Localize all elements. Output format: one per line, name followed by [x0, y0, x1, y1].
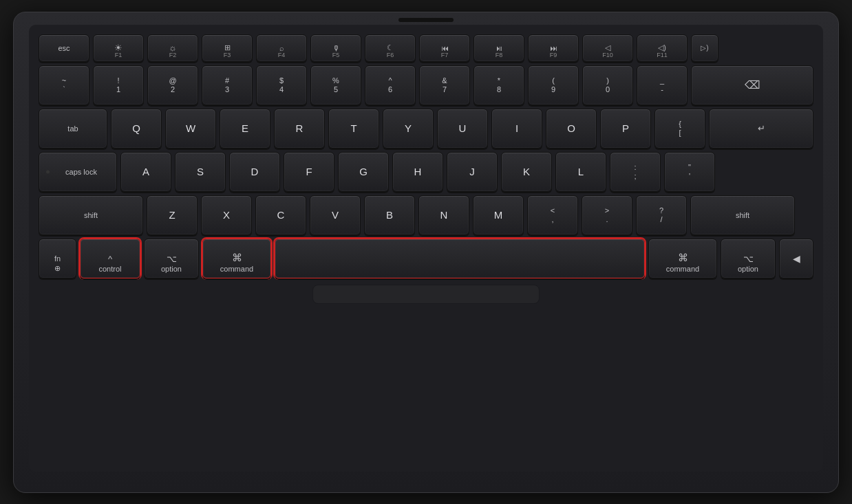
key-return[interactable]: ↵: [709, 109, 813, 149]
key-f7[interactable]: ⏮ F7: [419, 34, 470, 62]
asdf-row: caps lock A S D F G H J: [39, 152, 813, 192]
key-f4[interactable]: ⌕ F4: [256, 34, 307, 62]
key-option-left[interactable]: ⌥ option: [144, 239, 199, 278]
key-semicolon[interactable]: : ;: [610, 152, 661, 192]
key-1[interactable]: ! 1: [93, 65, 144, 105]
trackpad[interactable]: [312, 285, 540, 304]
zxcv-row: shift Z X C V B N M: [39, 195, 813, 235]
key-control[interactable]: ^ control: [80, 239, 140, 278]
trackpad-area: [39, 285, 813, 304]
key-5[interactable]: % 5: [310, 65, 361, 105]
key-h[interactable]: H: [392, 152, 443, 192]
key-comma[interactable]: < ,: [527, 195, 578, 235]
key-l[interactable]: L: [555, 152, 606, 192]
key-f12[interactable]: ▷): [691, 34, 718, 62]
key-f3[interactable]: ⊞ F3: [202, 34, 253, 62]
key-7[interactable]: & 7: [419, 65, 470, 105]
key-m[interactable]: M: [473, 195, 524, 235]
key-option-right[interactable]: ⌥ option: [721, 239, 776, 278]
key-f6[interactable]: ☾ F6: [365, 34, 416, 62]
key-open-bracket[interactable]: { [: [654, 109, 705, 149]
key-space[interactable]: [275, 239, 645, 278]
key-e[interactable]: E: [220, 109, 270, 149]
key-2[interactable]: @ 2: [147, 65, 198, 105]
key-shift-left[interactable]: shift: [39, 195, 143, 235]
qwerty-row: tab Q W E R T Y U I: [39, 109, 813, 149]
key-backtick[interactable]: ~ `: [39, 65, 89, 105]
key-g[interactable]: G: [338, 152, 389, 192]
key-f2[interactable]: ☼ F2: [147, 34, 198, 62]
key-8[interactable]: * 8: [473, 65, 524, 105]
key-d[interactable]: D: [229, 152, 280, 192]
key-tab[interactable]: tab: [39, 109, 107, 149]
key-6[interactable]: ^ 6: [365, 65, 416, 105]
key-caps-lock[interactable]: caps lock: [39, 152, 117, 192]
key-f8[interactable]: ⏯ F8: [473, 34, 524, 62]
caps-lock-indicator: [46, 170, 50, 173]
key-j[interactable]: J: [447, 152, 498, 192]
key-f9[interactable]: ⏭ F9: [528, 34, 579, 62]
fn-row: esc ☀ F1 ☼ F2 ⊞ F3 ⌕ F4 🎙 F5: [39, 34, 813, 62]
key-0[interactable]: ) 0: [582, 65, 633, 105]
key-f[interactable]: F: [284, 152, 334, 192]
notch-bar: [398, 18, 454, 22]
key-backspace[interactable]: ⌫: [691, 65, 813, 105]
key-minus[interactable]: _ -: [637, 65, 688, 105]
key-fn[interactable]: fn ⊕: [39, 239, 76, 278]
key-arrow-left[interactable]: ◀: [779, 239, 813, 278]
number-row: ~ ` ! 1 @ 2 # 3: [39, 65, 813, 105]
key-w[interactable]: W: [165, 109, 216, 149]
key-b[interactable]: B: [364, 195, 415, 235]
key-r[interactable]: R: [274, 109, 325, 149]
key-k[interactable]: K: [501, 152, 552, 192]
laptop-body: esc ☀ F1 ☼ F2 ⊞ F3 ⌕ F4 🎙 F5: [13, 12, 839, 493]
key-4[interactable]: $ 4: [256, 65, 307, 105]
key-quote[interactable]: " ': [664, 152, 715, 192]
key-esc[interactable]: esc: [39, 34, 89, 62]
key-z[interactable]: Z: [147, 195, 198, 235]
key-v[interactable]: V: [310, 195, 361, 235]
bottom-row: fn ⊕ ^ control ⌥ option ⌘ command ⌘ comm…: [39, 239, 813, 278]
key-o[interactable]: O: [546, 109, 597, 149]
key-x[interactable]: X: [201, 195, 252, 235]
key-a[interactable]: A: [120, 152, 171, 192]
key-u[interactable]: U: [437, 109, 488, 149]
key-f5[interactable]: 🎙 F5: [310, 34, 361, 62]
key-9[interactable]: ( 9: [528, 65, 579, 105]
key-i[interactable]: I: [491, 109, 542, 149]
key-command-left[interactable]: ⌘ command: [202, 239, 271, 278]
key-f10[interactable]: ◁ F10: [582, 34, 633, 62]
key-command-right[interactable]: ⌘ command: [648, 239, 717, 278]
key-t[interactable]: T: [328, 109, 379, 149]
key-f1[interactable]: ☀ F1: [93, 34, 144, 62]
key-n[interactable]: N: [418, 195, 469, 235]
key-q[interactable]: Q: [111, 109, 162, 149]
keyboard-area: esc ☀ F1 ☼ F2 ⊞ F3 ⌕ F4 🎙 F5: [29, 25, 823, 472]
key-y[interactable]: Y: [383, 109, 434, 149]
key-s[interactable]: S: [175, 152, 226, 192]
key-f11[interactable]: ◁) F11: [637, 34, 688, 62]
key-slash[interactable]: ? /: [636, 195, 687, 235]
key-shift-right[interactable]: shift: [690, 195, 795, 235]
key-p[interactable]: P: [600, 109, 651, 149]
key-c[interactable]: C: [255, 195, 306, 235]
key-period[interactable]: > .: [582, 195, 632, 235]
key-3[interactable]: # 3: [202, 65, 253, 105]
